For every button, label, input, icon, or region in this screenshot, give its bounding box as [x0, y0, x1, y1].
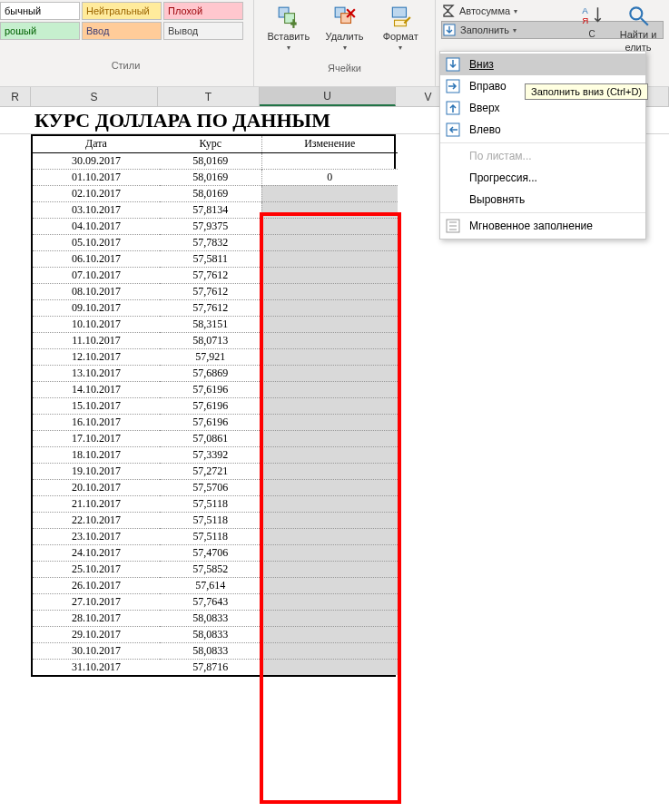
cell-date[interactable]: 24.10.2017 [33, 544, 160, 561]
table-row[interactable]: 14.10.201757,6196 [33, 381, 398, 397]
cell-change[interactable] [261, 446, 398, 463]
col-header-s[interactable]: S [31, 87, 158, 106]
table-row[interactable]: 23.10.201757,5118 [33, 528, 398, 544]
cell-rate[interactable]: 57,921 [160, 348, 261, 365]
cell-change[interactable] [261, 348, 398, 365]
cell-rate[interactable]: 57,5852 [160, 561, 261, 577]
cell-date[interactable]: 17.10.2017 [33, 430, 160, 446]
cell-date[interactable]: 19.10.2017 [33, 463, 160, 479]
cell-rate[interactable]: 57,3392 [160, 446, 261, 463]
col-header-t[interactable]: T [158, 87, 260, 106]
table-row[interactable]: 27.10.201757,7643 [33, 593, 398, 610]
cell-date[interactable]: 01.10.2017 [33, 169, 160, 185]
cell-change[interactable] [261, 365, 398, 381]
cell-rate[interactable]: 58,0833 [160, 610, 261, 626]
cell-change[interactable] [261, 610, 398, 626]
cell-rate[interactable]: 57,5118 [160, 495, 261, 512]
fill-up-item[interactable]: Вверх [440, 97, 645, 119]
cell-rate[interactable]: 58,0833 [160, 642, 261, 659]
table-row[interactable]: 28.10.201758,0833 [33, 610, 398, 626]
table-row[interactable]: 24.10.201757,4706 [33, 544, 398, 561]
col-header-u[interactable]: U [260, 87, 396, 106]
cell-rate[interactable]: 57,2721 [160, 463, 261, 479]
cell-date[interactable]: 11.10.2017 [33, 332, 160, 348]
cell-date[interactable]: 15.10.2017 [33, 397, 160, 414]
table-row[interactable]: 04.10.201757,9375 [33, 218, 398, 234]
sort-button[interactable]: АЯ С [576, 2, 607, 54]
table-row[interactable]: 13.10.201757,6869 [33, 365, 398, 381]
fill-justify-item[interactable]: Выровнять [440, 189, 645, 210]
cell-change[interactable] [261, 152, 398, 169]
cell-rate[interactable]: 57,7832 [160, 234, 261, 250]
table-row[interactable]: 19.10.201757,2721 [33, 463, 398, 479]
delete-button[interactable]: Удалить ▾ [320, 4, 370, 54]
cell-change[interactable] [261, 299, 398, 316]
cell-date[interactable]: 04.10.2017 [33, 218, 160, 234]
cell-change[interactable] [261, 218, 398, 234]
cell-rate[interactable]: 57,6869 [160, 365, 261, 381]
table-row[interactable]: 30.10.201758,0833 [33, 642, 398, 659]
cell-change[interactable] [261, 463, 398, 479]
style-neutral[interactable]: Нейтральный [82, 2, 162, 20]
cell-date[interactable]: 09.10.2017 [33, 299, 160, 316]
cell-date[interactable]: 30.10.2017 [33, 642, 160, 659]
cell-rate[interactable]: 57,4706 [160, 544, 261, 561]
cell-change[interactable] [261, 234, 398, 250]
cell-date[interactable]: 08.10.2017 [33, 283, 160, 299]
cell-rate[interactable]: 57,9375 [160, 218, 261, 234]
cell-date[interactable]: 31.10.2017 [33, 659, 160, 675]
style-input[interactable]: Ввод [82, 22, 162, 40]
cell-date[interactable]: 30.09.2017 [33, 152, 160, 169]
cell-date[interactable]: 29.10.2017 [33, 626, 160, 642]
cell-rate[interactable]: 57,6196 [160, 381, 261, 397]
table-row[interactable]: 11.10.201758,0713 [33, 332, 398, 348]
cell-change[interactable] [261, 332, 398, 348]
table-row[interactable]: 05.10.201757,7832 [33, 234, 398, 250]
cell-change[interactable] [261, 185, 398, 201]
cell-change[interactable] [261, 495, 398, 512]
style-good[interactable]: рошый [0, 22, 80, 40]
cell-rate[interactable]: 57,6196 [160, 397, 261, 414]
cell-date[interactable]: 06.10.2017 [33, 250, 160, 267]
cell-change[interactable] [261, 430, 398, 446]
style-bad[interactable]: Плохой [163, 2, 243, 20]
cell-date[interactable]: 12.10.2017 [33, 348, 160, 365]
table-row[interactable]: 02.10.201758,0169 [33, 185, 398, 201]
cell-date[interactable]: 02.10.2017 [33, 185, 160, 201]
cell-change[interactable] [261, 414, 398, 430]
cell-change[interactable] [261, 561, 398, 577]
cell-change[interactable] [261, 267, 398, 283]
cell-date[interactable]: 18.10.2017 [33, 446, 160, 463]
cell-change[interactable] [261, 381, 398, 397]
table-row[interactable]: 16.10.201757,6196 [33, 414, 398, 430]
cell-date[interactable]: 26.10.2017 [33, 577, 160, 593]
table-row[interactable]: 10.10.201758,3151 [33, 316, 398, 332]
cell-change[interactable] [261, 283, 398, 299]
style-normal[interactable]: бычный [0, 2, 80, 20]
table-row[interactable]: 18.10.201757,3392 [33, 446, 398, 463]
table-row[interactable]: 31.10.201757,8716 [33, 659, 398, 675]
cell-rate[interactable]: 58,3151 [160, 316, 261, 332]
cell-rate[interactable]: 57,5706 [160, 479, 261, 495]
cell-rate[interactable]: 57,0861 [160, 430, 261, 446]
cell-date[interactable]: 16.10.2017 [33, 414, 160, 430]
table-row[interactable]: 22.10.201757,5118 [33, 512, 398, 528]
cell-change[interactable] [261, 479, 398, 495]
table-row[interactable]: 03.10.201757,8134 [33, 201, 398, 218]
cell-rate[interactable]: 57,8716 [160, 659, 261, 675]
cell-date[interactable]: 05.10.2017 [33, 234, 160, 250]
table-row[interactable]: 21.10.201757,5118 [33, 495, 398, 512]
cell-date[interactable]: 25.10.2017 [33, 561, 160, 577]
cell-date[interactable]: 22.10.2017 [33, 512, 160, 528]
cell-change[interactable] [261, 528, 398, 544]
cell-date[interactable]: 10.10.2017 [33, 316, 160, 332]
table-row[interactable]: 17.10.201757,0861 [33, 430, 398, 446]
table-row[interactable]: 12.10.201757,921 [33, 348, 398, 365]
cell-date[interactable]: 23.10.2017 [33, 528, 160, 544]
cell-date[interactable]: 03.10.2017 [33, 201, 160, 218]
cell-rate[interactable]: 58,0833 [160, 626, 261, 642]
table-row[interactable]: 15.10.201757,6196 [33, 397, 398, 414]
fill-flash-item[interactable]: Мгновенное заполнение [440, 215, 645, 237]
table-row[interactable]: 20.10.201757,5706 [33, 479, 398, 495]
cell-change[interactable] [261, 659, 398, 675]
